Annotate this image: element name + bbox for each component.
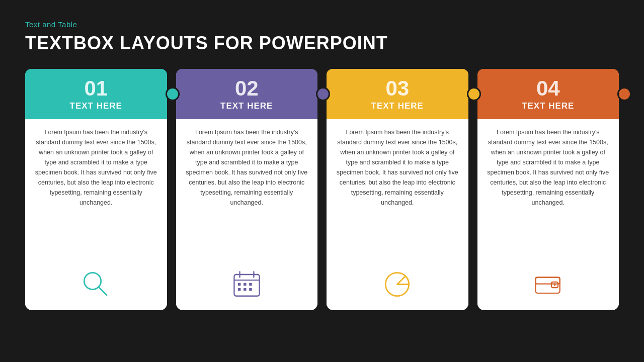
card-4-header: 04 TEXT HERE	[477, 69, 619, 119]
svg-point-18	[553, 284, 555, 286]
subtitle: Text and Table	[25, 20, 619, 29]
card-4: 04 TEXT HERE Lorem Ipsum has been the in…	[477, 69, 619, 310]
card-1-body: Lorem Ipsum has been the industry's stan…	[25, 119, 167, 310]
card-4-connector	[619, 88, 630, 100]
card-1: 01 TEXT HERE Lorem Ipsum has been the in…	[25, 69, 167, 310]
card-2: 02 TEXT HERE Lorem Ipsum has been the in…	[176, 69, 318, 310]
card-2-icon	[184, 264, 310, 304]
svg-rect-7	[244, 283, 247, 286]
card-4-label: TEXT HERE	[484, 101, 613, 111]
card-3-label: TEXT HERE	[333, 101, 462, 111]
card-1-header: 01 TEXT HERE	[25, 69, 167, 119]
card-1-number: 01	[31, 78, 161, 99]
svg-rect-8	[249, 283, 252, 286]
card-1-icon	[33, 264, 159, 304]
card-4-number: 04	[484, 78, 613, 99]
svg-rect-6	[238, 283, 241, 286]
card-3-header: 03 TEXT HERE	[327, 69, 468, 119]
card-3-text: Lorem Ipsum has been the industry's stan…	[335, 127, 460, 260]
card-2-body: Lorem Ipsum has been the industry's stan…	[176, 119, 318, 310]
cards-container: 01 TEXT HERE Lorem Ipsum has been the in…	[25, 69, 619, 310]
card-2-connector	[317, 88, 329, 100]
card-3-number: 03	[333, 78, 462, 99]
card-1-label: TEXT HERE	[31, 101, 161, 111]
card-2-text: Lorem Ipsum has been the industry's stan…	[184, 127, 310, 260]
card-2-header: 02 TEXT HERE	[176, 69, 318, 119]
svg-rect-10	[244, 288, 247, 291]
page-title: TEXTBOX LAYOUTS FOR POWERPOINT	[25, 33, 619, 54]
svg-rect-16	[535, 277, 559, 284]
card-3-icon	[335, 264, 460, 304]
card-1-connector	[167, 88, 178, 100]
card-3-body: Lorem Ipsum has been the industry's stan…	[327, 119, 468, 310]
card-1-text: Lorem Ipsum has been the industry's stan…	[33, 127, 159, 260]
card-3: 03 TEXT HERE Lorem Ipsum has been the in…	[327, 69, 468, 310]
svg-rect-11	[249, 288, 252, 291]
card-2-label: TEXT HERE	[182, 101, 312, 111]
svg-rect-15	[535, 277, 559, 293]
card-3-connector	[468, 88, 479, 100]
svg-line-1	[99, 287, 107, 295]
card-4-icon	[486, 264, 611, 304]
card-2-number: 02	[182, 78, 312, 99]
svg-rect-9	[238, 288, 241, 291]
card-4-body: Lorem Ipsum has been the industry's stan…	[477, 119, 619, 310]
svg-line-14	[397, 276, 406, 284]
card-4-text: Lorem Ipsum has been the industry's stan…	[486, 127, 611, 260]
